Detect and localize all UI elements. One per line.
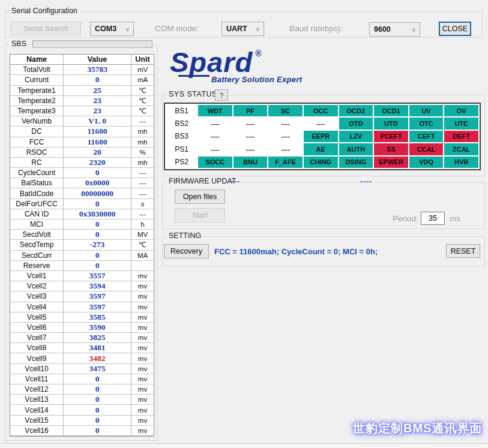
recovery-button[interactable]: Recovery [164,244,209,258]
sbs-table: NameValueUnitTotalVolt35783mVCurrunt0mAT… [10,54,154,437]
baud-rate-select[interactable]: 9600 ∨ [369,22,420,37]
status-cell-otc: OTC [409,118,444,129]
status-cell-ccal: CCAL [409,143,444,155]
sbs-row-value: 0 [64,384,131,395]
status-cell-empty: ---- [233,131,268,142]
sbs-row-name: SecdVolt [10,230,64,240]
setting-title: SETTING [166,231,203,240]
status-cell-bnu: BNU [233,157,268,168]
sbs-row-value: 0 [64,230,131,240]
sbs-row-value: 0 [64,220,131,230]
sbs-row-unit: mv [131,395,154,405]
status-cell-zcal: ZCAL [444,143,478,155]
sbs-row-unit: mv [131,343,154,353]
firmware-status-dash-1: ---- [228,178,240,186]
status-cell-ceft: CEFT [409,131,444,142]
period-input[interactable] [421,212,445,225]
status-row-label-bs2: BS2 [166,118,197,129]
sbs-row-name: DC [10,127,64,137]
serial-search-button[interactable]: Serial Search [11,22,81,35]
sbs-row-value: 3481 [64,343,131,353]
period-unit-label: ms [450,214,460,223]
sbs-row-name: Vcell15 [10,416,64,426]
chevron-down-icon: ∨ [256,26,264,32]
sbs-row-value: 11600 [64,137,131,148]
sbs-row-unit [131,261,154,271]
bms-app-window: Serial Configuration Serial Search COM3 … [0,0,488,448]
sbs-row-unit: mv [131,426,154,436]
sbs-row-value: 0 [64,199,131,209]
status-cell-utc: UTC [444,118,478,129]
sbs-progress-bar [32,40,152,48]
sbs-row-value: 11600 [64,127,131,137]
status-cell-vdq: VDQ [409,157,444,168]
start-button[interactable]: Start [175,208,225,223]
sbs-row-value: 3597 [64,302,131,312]
sbs-row-unit: mv [131,323,154,333]
status-cell-empty: ---- [268,118,303,129]
sbs-row-name: Vcell12 [10,384,64,395]
status-cell-eepr: EEPR [304,131,338,142]
sbs-row-unit: mv [131,271,154,281]
sbs-row-value: 35783 [64,65,131,75]
sbs-row-name: Temperate1 [10,86,64,96]
sbs-row-name: BatIdCode [10,188,64,199]
window-bottom-edge [0,443,488,448]
com-port-select[interactable]: COM3 ∨ [90,22,134,36]
sbs-row-name: Vcell16 [10,426,64,436]
status-row-label-ps1: PS1 [166,143,197,155]
sbs-row-name: BalStatus [10,178,64,188]
sbs-row-unit: mv [131,416,154,426]
sbs-row-unit: mh [131,158,154,168]
sbs-row-unit: --- [131,168,154,178]
status-row-label-ps2: PS2 [166,157,197,168]
sbs-row-value: 20 [64,148,131,158]
sbs-row-unit: mA [131,75,154,85]
open-files-button[interactable]: Open files [175,190,225,204]
com-mode-select[interactable]: UART ∨ [221,22,264,36]
serial-search-label: Serial Search [23,25,68,33]
sbs-row-name: FCC [10,137,64,148]
sbs-row-value: 0 [64,426,131,436]
status-cell-epwer: EPWER [374,157,408,168]
sbs-row-name: CycleCount [10,168,64,178]
sbs-row-value: 23 [64,96,131,106]
sbs-row-value: 23 [64,106,131,116]
sbs-row-name: Temperate2 [10,96,64,106]
status-cell-f_afe: F_AFE [268,157,303,168]
sbs-header-unit: Unit [131,55,154,65]
chevron-down-icon: ∨ [125,26,133,32]
sbs-row-unit: ℃ [131,96,154,106]
sbs-row-name: MCI [10,220,64,230]
sbs-row-value: 0 [64,251,131,261]
start-button-label: Start [192,211,208,220]
sbs-row-value: 0 [64,416,131,426]
sbs-row-unit: % [131,148,154,158]
setting-info-text: FCC = 11600mah; CycleCount = 0; MCI = 0h… [214,247,378,256]
logo-underline [178,75,209,77]
sbs-row-name: Vcell9 [10,353,64,363]
sbs-row-name: Vcell10 [10,364,64,374]
sbs-row-value: 0 [64,168,131,178]
sbs-row-unit: s [131,199,154,209]
sbs-row-name: VerNumb [10,116,64,127]
sbs-row-name: CAN ID [10,209,64,220]
sbs-row-unit: mv [131,312,154,323]
sbs-row-value: 0 [64,261,131,271]
reset-button[interactable]: RESET [446,244,480,258]
sbs-row-value: 0 [64,405,131,415]
sbs-row-name: Vcell6 [10,323,64,333]
sbs-row-name: Vcell7 [10,333,64,343]
sbs-row-name: SecdCurr [10,251,64,261]
registered-trademark-icon: ® [255,49,261,58]
status-cell-ching: CHING [304,157,338,168]
chevron-down-icon: ∨ [412,26,420,33]
help-button[interactable]: ? [215,89,228,101]
sbs-row-name: DelForUFCC [10,199,64,209]
status-cell-empty: ---- [268,131,303,142]
help-button-label: ? [220,92,223,99]
sbs-row-value: 3825 [64,333,131,343]
close-button[interactable]: CLOSE [439,22,471,36]
status-cell-pf: PF [233,105,268,116]
sbs-row-value: 3557 [64,271,131,281]
